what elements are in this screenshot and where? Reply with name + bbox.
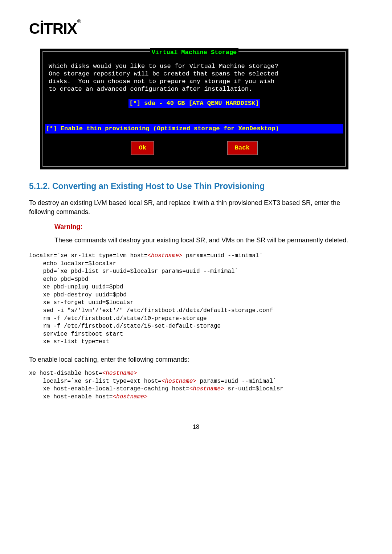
code-block-1: localsr=`xe sr-list type=lvm host=<hostn…	[29, 252, 363, 346]
thin-provisioning-option[interactable]: [*] Enable thin provisioning (Optimized …	[45, 124, 343, 134]
warning-title: Warning:	[54, 222, 363, 231]
disk-selection-option[interactable]: [*] sda - 40 GB [ATA QEMU HARDDISK]	[128, 99, 260, 108]
caching-intro: To enable local caching, enter the follo…	[29, 355, 363, 364]
code-block-2: xe host-disable host=<hostname> localsr=…	[29, 370, 363, 401]
citrix-logo: CİTRIX®	[29, 18, 363, 40]
back-button[interactable]: Back	[227, 141, 258, 155]
section-intro: To destroy an existing LVM based local S…	[29, 198, 363, 217]
section-heading: 5.1.2. Converting an Existing Host to Us…	[29, 180, 363, 192]
terminal-description: Which disks would you like to use for Vi…	[43, 61, 345, 95]
warning-text: These commands will destroy your existin…	[54, 236, 363, 245]
page-number: 18	[29, 423, 363, 431]
warning-block: Warning: These commands will destroy you…	[54, 222, 363, 245]
terminal-title: Virtual Machine Storage	[150, 48, 239, 57]
terminal-screenshot: Virtual Machine Storage Which disks woul…	[40, 49, 348, 169]
ok-button[interactable]: Ok	[131, 141, 154, 155]
